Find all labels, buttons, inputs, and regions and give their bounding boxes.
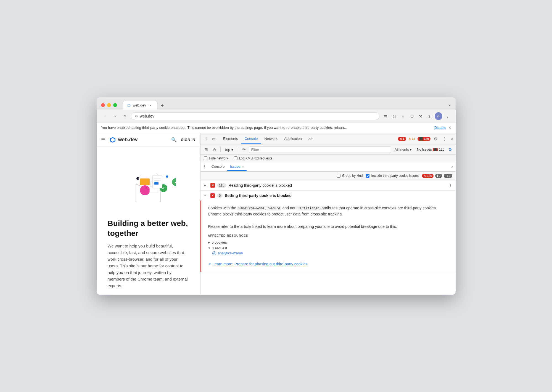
include-third-party-option[interactable]: Include third-party cookie issues bbox=[366, 174, 418, 178]
issues-orange-badge: ℹ 0 bbox=[435, 174, 442, 178]
back-button[interactable]: ← bbox=[101, 112, 109, 120]
devtools-more-button[interactable]: ⋮ bbox=[442, 136, 447, 142]
hide-network-option[interactable]: Hide network bbox=[204, 156, 228, 160]
issues-content: Group by kind Include third-party cookie… bbox=[200, 172, 456, 295]
hide-network-checkbox[interactable] bbox=[204, 156, 207, 160]
address-bar[interactable]: ⊙ web.dev bbox=[131, 112, 379, 120]
tab-more[interactable]: >> bbox=[305, 134, 316, 144]
group-by-kind-option[interactable]: Group by kind bbox=[337, 174, 363, 178]
log-xhr-option[interactable]: Log XMLHttpRequests bbox=[234, 156, 273, 160]
issue-reading-more-button[interactable]: ⋮ bbox=[448, 183, 452, 188]
infobar-message: You have enabled testing third-party coo… bbox=[101, 126, 432, 130]
devtools-button[interactable]: ⚒ bbox=[417, 112, 425, 120]
infobar-close-button[interactable]: × bbox=[448, 125, 451, 130]
browser-window: ⬡ web.dev × + ⌄ ← → ↻ ⊙ web.dev ⬒ ◎ ☆ ⬡ … bbox=[97, 97, 456, 295]
issues-blue-icon: ◻ bbox=[445, 174, 448, 178]
error-badge[interactable]: ✕ 1 bbox=[398, 137, 406, 141]
subtabs-close-all-button[interactable]: × bbox=[451, 164, 453, 169]
group-by-kind-label: Group by kind bbox=[342, 174, 363, 178]
devtools-device-icon[interactable]: ▭ bbox=[210, 135, 218, 142]
fullscreen-traffic-light[interactable] bbox=[113, 103, 117, 107]
log-xhr-checkbox[interactable] bbox=[234, 156, 237, 160]
extensions-button[interactable]: ⬡ bbox=[408, 112, 416, 120]
site-logo[interactable]: web.dev bbox=[109, 137, 138, 143]
toolbar-separator-1 bbox=[220, 147, 221, 152]
hamburger-menu-button[interactable]: ☰ bbox=[101, 137, 105, 142]
forward-button[interactable]: → bbox=[111, 112, 119, 120]
devtools-settings-button[interactable]: ⚙ bbox=[434, 136, 438, 142]
levels-selector[interactable]: All levels ▾ bbox=[392, 147, 414, 153]
issues-settings-button[interactable]: ⚙ bbox=[447, 146, 453, 153]
devtools-options-bar: Hide network Log XMLHttpRequests bbox=[200, 155, 456, 162]
site-search-button[interactable]: 🔍 bbox=[171, 137, 177, 142]
include-third-party-checkbox[interactable] bbox=[366, 174, 369, 178]
minimize-traffic-light[interactable] bbox=[107, 103, 111, 107]
issues-blue-badge: ◻ 0 bbox=[444, 174, 452, 178]
tab-console[interactable]: Console bbox=[241, 134, 261, 144]
reload-button[interactable]: ↻ bbox=[121, 112, 129, 120]
issues-badge[interactable]: ⬛ 120 bbox=[418, 137, 430, 141]
issue-row-reading-header[interactable]: ▶ ✕ 115 Reading third-party cookie is bl… bbox=[200, 180, 456, 190]
group-by-kind-checkbox[interactable] bbox=[337, 174, 340, 178]
issue-reading-title: Reading third-party cookie is blocked bbox=[229, 183, 446, 188]
devtools-toolbar: ⊞ ⊘ top ▾ 👁 All levels ▾ No Issues ⬛ 120 bbox=[200, 145, 456, 155]
svg-text:✓: ✓ bbox=[162, 186, 165, 190]
toggle-sidebar-button[interactable]: ◫ bbox=[426, 112, 434, 120]
svg-text:✓: ✓ bbox=[174, 180, 176, 184]
main-area: ☰ web.dev 🔍 SIGN IN bbox=[97, 133, 456, 295]
issues-red-count: 120 bbox=[427, 174, 432, 177]
resource-cookies[interactable]: ▶ 5 cookies bbox=[208, 239, 449, 245]
issues-blue-count: 0 bbox=[449, 174, 450, 177]
devtools-mode-icons: ⊹ ▭ bbox=[203, 135, 218, 142]
no-issues-label: No Issues bbox=[417, 148, 432, 151]
issue-row-setting: ▼ ✕ 5 Setting third-party cookie is bloc… bbox=[200, 191, 456, 272]
log-xhr-label: Log XMLHttpRequests bbox=[239, 156, 273, 160]
site-content: Building a better web, together We want … bbox=[97, 213, 200, 295]
active-tab[interactable]: ⬡ web.dev × bbox=[123, 101, 157, 110]
filter-input[interactable] bbox=[249, 146, 391, 153]
issue-description-para2: Please refer to the article linked to le… bbox=[208, 223, 449, 230]
cast-button[interactable]: ⬒ bbox=[382, 112, 389, 120]
issues-red-badge: ✕ 120 bbox=[422, 174, 434, 178]
sidebar-toggle-button[interactable]: ⊞ bbox=[203, 146, 210, 153]
profile-button[interactable]: A bbox=[435, 112, 442, 120]
subtab-console[interactable]: Console bbox=[209, 163, 228, 171]
lens-button[interactable]: ◎ bbox=[390, 112, 398, 120]
devtools-subtabs: ⋮ Console Issues × × bbox=[200, 162, 456, 172]
bookmark-button[interactable]: ☆ bbox=[399, 112, 407, 120]
request-expand-arrow: ▼ bbox=[208, 247, 211, 250]
sign-in-button[interactable]: SIGN IN bbox=[181, 138, 196, 142]
close-traffic-light[interactable] bbox=[101, 103, 105, 107]
cookie-infobar: You have enabled testing third-party coo… bbox=[97, 122, 456, 133]
issue-row-setting-header[interactable]: ▼ ✕ 5 Setting third-party cookie is bloc… bbox=[200, 191, 456, 201]
levels-dropdown-icon: ▾ bbox=[410, 148, 412, 152]
devtools-close-button[interactable]: × bbox=[451, 137, 453, 141]
analytics-iframe-link[interactable]: ⊕ analytics-iframe bbox=[212, 251, 449, 255]
window-controls-chevron[interactable]: ⌄ bbox=[448, 102, 451, 109]
code-partitioned: Partitioned bbox=[296, 206, 320, 210]
infobar-disable-link[interactable]: Disable bbox=[434, 126, 446, 130]
context-selector[interactable]: top ▾ bbox=[223, 147, 236, 153]
devtools-cursor-icon[interactable]: ⊹ bbox=[203, 135, 210, 142]
tab-network[interactable]: Network bbox=[261, 134, 281, 144]
resource-request[interactable]: ▼ 1 request bbox=[208, 245, 449, 251]
new-tab-button[interactable]: + bbox=[159, 102, 166, 110]
learn-more-link[interactable]: Learn more: Prepare for phasing out thir… bbox=[213, 262, 308, 266]
devtools-badges: ✕ 1 ⚠ 17 ⬛ 120 ⚙ ⋮ × bbox=[398, 136, 453, 142]
subtab-issues[interactable]: Issues × bbox=[227, 163, 247, 171]
warning-badge[interactable]: ⚠ 17 bbox=[408, 137, 415, 141]
clear-console-button[interactable]: ⊘ bbox=[211, 146, 218, 153]
more-options-button[interactable]: ⋮ bbox=[443, 112, 451, 120]
svg-point-12 bbox=[166, 175, 168, 178]
devtools-panel: ⊹ ▭ Elements Console Network Application… bbox=[200, 133, 456, 295]
subtabs-menu-button[interactable]: ⋮ bbox=[203, 164, 207, 169]
tab-application[interactable]: Application bbox=[281, 134, 305, 144]
svg-rect-18 bbox=[154, 182, 159, 185]
tab-close-button[interactable]: × bbox=[148, 103, 153, 108]
subtab-issues-label: Issues bbox=[230, 164, 241, 169]
tab-elements[interactable]: Elements bbox=[220, 134, 241, 144]
toolbar-separator-2 bbox=[238, 147, 238, 152]
eye-icon-button[interactable]: 👁 bbox=[241, 146, 248, 153]
webdev-logo-icon bbox=[109, 137, 116, 143]
subtab-issues-close-button[interactable]: × bbox=[242, 165, 244, 168]
